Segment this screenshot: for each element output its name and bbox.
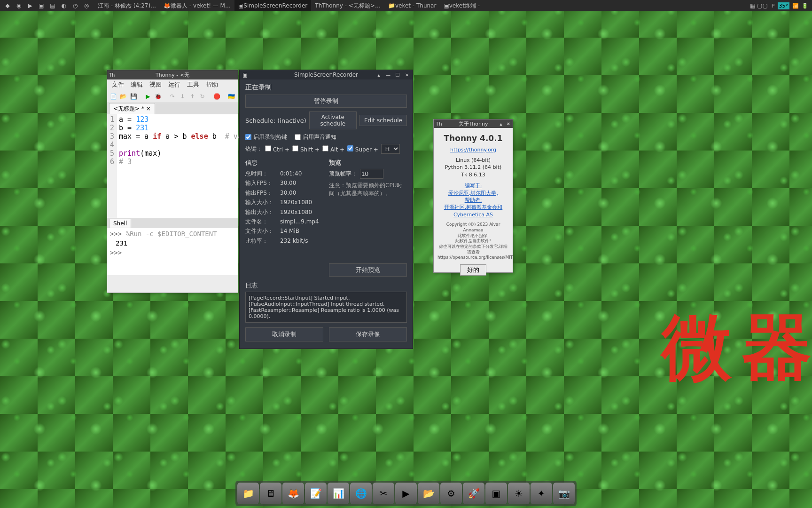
alt-checkbox[interactable]: Alt + — [322, 145, 344, 153]
ssr-titlebar[interactable]: ▣ SimpleScreenRecorder ▴ — ☐ ✕ — [240, 70, 413, 79]
cancel-recording-button[interactable]: 取消录制 — [245, 327, 323, 341]
taskbar-music[interactable]: 江南 - 林俊杰 (4:27)… — [94, 0, 160, 11]
workspace-switcher[interactable]: ▦ ▢▢ — [746, 0, 772, 11]
browser-icon[interactable]: ◉ — [14, 1, 23, 10]
shell-tab[interactable]: Shell — [109, 219, 131, 228]
menu-tools[interactable]: 工具 — [184, 79, 202, 90]
editor-tab[interactable]: <无标题> * × — [109, 103, 155, 114]
dock-brightness-icon[interactable]: ☀ — [508, 483, 530, 504]
about-thonny-window: Th 关于Thonny ▴ ✕ Thonny 4.0.1 https://tho… — [433, 119, 513, 273]
run-icon[interactable]: ▶ — [143, 92, 152, 101]
menu-run[interactable]: 运行 — [165, 79, 183, 90]
dock-camera-icon[interactable]: 📷 — [553, 483, 575, 504]
taskbar-thunar[interactable]: 📁 veket - Thunar — [384, 0, 440, 11]
close-icon[interactable]: ✕ — [403, 71, 411, 78]
dock-office-icon[interactable]: 📊 — [328, 483, 349, 504]
resume-icon[interactable]: ↻ — [198, 92, 207, 101]
log-header: 日志 — [245, 281, 407, 290]
dock-folder2-icon[interactable]: 📂 — [418, 483, 439, 504]
dock-play-icon[interactable]: ▶ — [395, 483, 417, 504]
about-min-icon[interactable]: ▴ — [498, 121, 504, 127]
tray-battery-icon[interactable]: 🔋 — [802, 3, 808, 9]
menu-help[interactable]: 帮助 — [203, 79, 221, 90]
stop-icon[interactable]: 🛑 — [212, 92, 221, 101]
save-file-icon[interactable]: 💾 — [129, 92, 138, 101]
thonny-url-link[interactable]: https://thonny.org — [450, 147, 496, 153]
written-at-link[interactable]: 编写于: — [465, 183, 482, 189]
community-link[interactable]: 开源社区,树莓派基金会和Cybernetica AS — [444, 204, 503, 217]
preview-note: 注意：预览需要额外的CPU时间（尤其是高帧率的）。 — [329, 182, 407, 198]
shade-icon[interactable]: ▴ — [375, 71, 383, 78]
menu-file[interactable]: 文件 — [109, 79, 127, 90]
dock-firefox-icon[interactable]: 🦊 — [282, 483, 304, 504]
globe-icon[interactable]: ◎ — [82, 1, 91, 10]
step-into-icon[interactable]: ↓ — [178, 92, 187, 101]
tray-temp[interactable]: 35° — [778, 2, 790, 9]
license-text: https://opensource.org/licenses/MIT — [437, 255, 509, 261]
thonny-toolbar: 📄 📂 💾 ▶ 🐞 ↷ ↓ ↑ ↻ 🛑 🇺🇦 — [107, 90, 238, 103]
save-recording-button[interactable]: 保存录像 — [329, 327, 407, 341]
play-icon[interactable]: ▶ — [25, 1, 35, 10]
thonny-titlebar[interactable]: Th Thonny - <无 — [107, 70, 238, 79]
start-preview-button[interactable]: 开始预览 — [329, 263, 407, 277]
flag-icon[interactable]: 🇺🇦 — [227, 92, 236, 101]
log-output: [PageRecord::StartInput] Started input. … — [245, 292, 407, 323]
dock-globe-icon[interactable]: 🌐 — [350, 483, 372, 504]
line-gutter: 123456 — [107, 114, 117, 218]
dock-star-icon[interactable]: ✦ — [531, 483, 552, 504]
dock-files-icon[interactable]: 📁 — [237, 483, 259, 504]
redist-text: 你也可以在特定的条款下分发它,详细请查看 — [437, 244, 509, 255]
hotkey-key-select[interactable]: R — [381, 144, 400, 154]
menu-edit[interactable]: 编辑 — [128, 79, 146, 90]
taskbar-ssr[interactable]: ▣ SimpleScreenRecorder — [234, 0, 311, 11]
minimize-icon[interactable]: — — [384, 71, 392, 78]
tray-pinyin-icon[interactable]: P — [772, 3, 775, 9]
preview-rate-input[interactable] — [360, 169, 383, 179]
dock-rocket-icon[interactable]: 🚀 — [463, 483, 484, 504]
info-header: 信息 — [245, 159, 323, 167]
step-out-icon[interactable]: ↑ — [188, 92, 197, 101]
taskbar-terminal[interactable]: ▣ veket终端 - — [440, 0, 484, 11]
dock-notes-icon[interactable]: 📝 — [305, 483, 327, 504]
super-checkbox[interactable]: Super + — [347, 145, 378, 153]
dock-scissors-icon[interactable]: ✂ — [373, 483, 394, 504]
top-taskbar: ◆ ◉ ▶ ▣ ▤ ◐ ◷ ◎ 江南 - 林俊杰 (4:27)… 🦊 微器人 -… — [0, 0, 812, 11]
ctrl-checkbox[interactable]: Ctrl + — [265, 145, 289, 153]
terminal-icon[interactable]: ▣ — [37, 1, 46, 10]
about-close-icon[interactable]: ✕ — [505, 121, 512, 127]
menu-icon[interactable]: ◆ — [3, 1, 12, 10]
clock-icon[interactable]: ◷ — [70, 1, 80, 10]
system-menu-icons: ◆ ◉ ▶ ▣ ▤ ◐ ◷ ◎ — [0, 1, 94, 10]
thonny-window: Th Thonny - <无 文件 编辑 视图 运行 工具 帮助 📄 📂 💾 ▶… — [107, 70, 238, 293]
dock-settings-icon[interactable]: ⚙ — [440, 483, 462, 504]
enable-sound-checkbox[interactable]: 启用声音通知 — [295, 133, 336, 141]
code-editor[interactable]: 123456 a = 123 b = 231 max = a if a > b … — [107, 114, 238, 218]
thonny-app-icon: Th — [109, 72, 115, 78]
new-file-icon[interactable]: 📄 — [109, 92, 118, 101]
university-link[interactable]: 爱沙尼亚,塔尔图大学, — [448, 190, 498, 196]
ok-button[interactable]: 好的 — [460, 264, 486, 276]
shell-output[interactable]: >>> %Run -c $EDITOR_CONTENT 231 >>> — [107, 228, 238, 275]
tray-wifi-icon[interactable]: 📶 — [792, 3, 799, 9]
taskbar-browser[interactable]: 🦊 微器人 - veket! — M… — [160, 0, 234, 11]
monitor-icon[interactable]: ▤ — [48, 1, 57, 10]
app-icon[interactable]: ◐ — [59, 1, 69, 10]
pause-recording-button[interactable]: 暂停录制 — [245, 95, 407, 108]
dock-desktop-icon[interactable]: 🖥 — [260, 483, 281, 504]
maximize-icon[interactable]: ☐ — [394, 71, 401, 78]
about-tk: Tk 8.6.13 — [437, 171, 509, 178]
about-titlebar[interactable]: Th 关于Thonny ▴ ✕ — [434, 119, 513, 128]
dock-terminal-icon[interactable]: ▣ — [485, 483, 507, 504]
enable-hotkey-checkbox[interactable]: 启用录制热键 — [245, 133, 287, 141]
preview-header: 预览 — [329, 159, 407, 167]
shift-checkbox[interactable]: Shift + — [292, 145, 320, 153]
edit-schedule-button[interactable]: Edit schedule — [359, 115, 407, 126]
helpers-link[interactable]: 帮助者: — [465, 197, 482, 203]
open-file-icon[interactable]: 📂 — [119, 92, 128, 101]
step-over-icon[interactable]: ↷ — [168, 92, 177, 101]
editor-tabstrip: <无标题> * × — [107, 103, 238, 114]
taskbar-thonny[interactable]: Th Thonny - <无标题>… — [311, 0, 384, 11]
menu-view[interactable]: 视图 — [147, 79, 164, 90]
debug-icon[interactable]: 🐞 — [154, 92, 163, 101]
activate-schedule-button[interactable]: Activate schedule — [309, 111, 357, 129]
